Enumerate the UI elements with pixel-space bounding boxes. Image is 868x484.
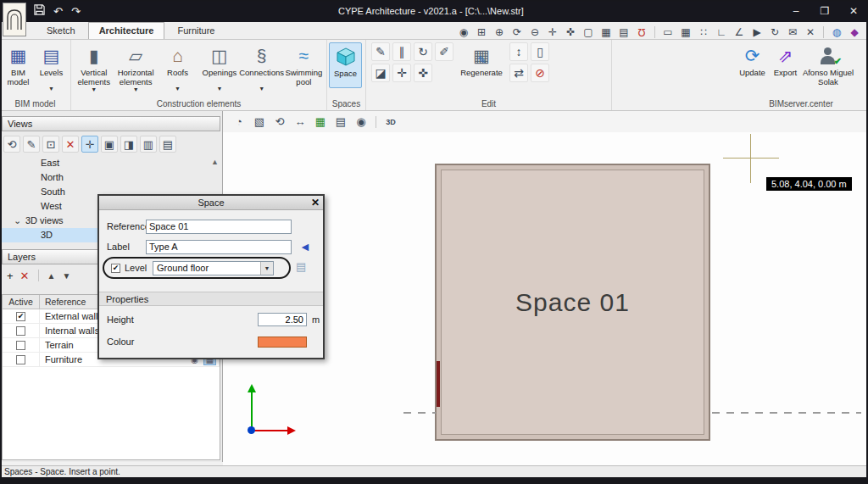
edit-move-icon[interactable]: ✛ [392, 64, 411, 82]
layer-checkbox[interactable] [16, 355, 25, 364]
pointer-icon[interactable]: ▶ [750, 25, 764, 39]
edit-invert-icon[interactable]: ⇄ [509, 64, 528, 82]
label-input[interactable] [146, 240, 292, 254]
view-photo-icon[interactable]: ◨ [120, 136, 137, 153]
levels-button[interactable]: ▤ Levels ▼ [35, 42, 68, 92]
move-down-icon[interactable]: ▼ [62, 271, 70, 281]
snap-points-icon[interactable]: ∷ [697, 25, 710, 39]
view-item-east[interactable]: East [2, 156, 220, 170]
delete-layer-icon[interactable]: ✕ [20, 270, 30, 282]
view-locate-icon[interactable]: ✛ [81, 136, 98, 153]
vertical-elements-button[interactable]: ▮ Vertical elements ▼ [73, 42, 114, 92]
openings-button[interactable]: ◫ Openings ▼ [198, 42, 240, 92]
add-layer-icon[interactable]: + [7, 270, 14, 282]
background-icon[interactable]: ▭ [661, 25, 675, 39]
minimize-button[interactable]: – [782, 0, 810, 22]
ortho-icon[interactable]: ∟ [715, 25, 728, 39]
scroll-up-icon[interactable]: ▲ [211, 158, 219, 166]
snap-magnet-icon[interactable]: Ω [635, 25, 648, 39]
save-icon[interactable] [34, 4, 45, 18]
undo-icon[interactable]: ↶ [53, 5, 63, 18]
views-cube-icon[interactable]: ▧ [252, 114, 267, 130]
edit-array-icon[interactable]: ∥ [392, 42, 411, 61]
user-account-button[interactable]: ✔ Afonso Miguel Solak [802, 42, 854, 87]
app-logo-icon[interactable] [3, 3, 26, 36]
group-label: BIM model [0, 97, 70, 110]
view-edit-icon[interactable]: ✎ [23, 136, 40, 153]
level-dropdown[interactable]: Ground floor ▼ [153, 261, 274, 275]
view-delete-icon[interactable]: ✕ [62, 136, 79, 153]
move-up-icon[interactable]: ▲ [47, 271, 56, 281]
horizontal-elements-button[interactable]: ▱ Horizontal elements ▼ [114, 42, 156, 92]
globe-icon[interactable]: ◍ [830, 25, 843, 39]
levels-config-icon[interactable]: ▤ [296, 260, 306, 273]
edit-erase-icon[interactable]: ◪ [371, 64, 390, 82]
pan-icon[interactable]: ✛ [546, 25, 559, 39]
find-icon[interactable]: ◉ [457, 25, 470, 39]
spreadsheet-icon[interactable]: ▤ [617, 25, 631, 39]
dropdown-arrow-icon[interactable]: ▼ [260, 262, 273, 275]
work-area-icon[interactable]: ▦ [313, 114, 328, 130]
height-input[interactable] [258, 313, 307, 326]
roofs-button[interactable]: ⌂ Roofs ▼ [157, 42, 198, 92]
orbit-view-icon[interactable]: ⟲ [272, 114, 287, 130]
space-tool-button[interactable]: Space [329, 42, 362, 88]
layer-checkbox[interactable] [16, 326, 25, 336]
edit-extend-icon[interactable]: ↕ [509, 42, 528, 61]
grid-icon[interactable]: ▦ [679, 25, 693, 39]
view-camera-icon[interactable]: ▣ [101, 136, 118, 153]
zoom-window-icon[interactable]: ⊞ [475, 25, 488, 39]
reference-grid-icon[interactable]: ▤ [333, 114, 348, 130]
snap-angle-icon[interactable]: ◔ [231, 114, 247, 130]
group-label: Construction elements [71, 97, 326, 110]
edit-draw-icon[interactable]: ✎ [371, 42, 390, 61]
reference-input[interactable] [146, 220, 292, 234]
appearance-icon[interactable]: ◆ [848, 25, 861, 39]
tab-architecture[interactable]: Architecture [88, 22, 165, 39]
redo-icon[interactable]: ↷ [71, 5, 81, 18]
maximize-button[interactable]: ❐ [810, 0, 839, 22]
edit-delete-icon[interactable]: ⊘ [531, 64, 549, 82]
back-arrow-icon[interactable]: ◄ [297, 239, 314, 253]
space-dialog-titlebar[interactable]: Space ✕ [99, 196, 323, 210]
regenerate-button[interactable]: ▦✎ Regenerate [457, 42, 506, 86]
update-button[interactable]: ⟳ Update [736, 42, 769, 86]
move-view-icon[interactable]: ✜ [564, 25, 577, 39]
edit-rotate-icon[interactable]: ↻ [414, 42, 432, 61]
zoom-all-icon[interactable]: ⊕ [492, 25, 506, 39]
bim-model-button[interactable]: ▦ BIM model [2, 42, 35, 87]
view-3d-icon[interactable]: 3D [383, 114, 398, 130]
level-checkbox[interactable]: ✔ [111, 264, 120, 273]
layer-checkbox[interactable] [16, 341, 25, 350]
dialog-close-icon[interactable]: ✕ [308, 197, 323, 209]
edit-slope-icon[interactable]: ✐ [435, 42, 453, 61]
export-button[interactable]: ⇗ Export [769, 42, 802, 86]
edit-opening-icon[interactable]: ▯ [531, 42, 549, 61]
view-orbit-icon[interactable]: ⟲ [3, 136, 20, 153]
layer-checkbox[interactable]: ✔ [16, 312, 25, 321]
dimension-icon[interactable]: ∠ [732, 25, 746, 39]
view-book-icon[interactable]: ▤ [159, 136, 176, 153]
cancel-icon[interactable]: ✕ [804, 25, 817, 39]
tab-sketch[interactable]: Sketch [36, 22, 86, 39]
redraw-icon[interactable]: ⟳ [510, 25, 524, 39]
tab-furniture[interactable]: Furniture [166, 22, 225, 39]
view-item-north[interactable]: North [2, 170, 220, 185]
export-icon: ⇗ [778, 43, 793, 69]
space-shape[interactable]: Space 01 [435, 164, 710, 441]
edit-stretch-icon[interactable]: ✜ [414, 64, 432, 82]
zoom-out-icon[interactable]: ⊖ [528, 25, 542, 39]
measure-icon[interactable]: ↔ [292, 114, 308, 130]
orbit-icon[interactable]: ↻ [768, 25, 782, 39]
comment-icon[interactable]: ✉ [786, 25, 799, 39]
swimming-pool-button[interactable]: ≈ Swimming pool [283, 42, 325, 87]
close-button[interactable]: ✕ [839, 0, 868, 22]
colour-swatch[interactable] [258, 337, 307, 348]
visibility-icon[interactable]: ◉ [353, 114, 369, 130]
space-label: Space 01 [515, 288, 630, 317]
view-sheet-icon[interactable]: ▥ [140, 136, 157, 153]
view-copy-icon[interactable]: ⊡ [42, 136, 59, 153]
connections-button[interactable]: § Connections ▼ [241, 42, 283, 92]
dxf-templates-icon[interactable]: ▦ [599, 25, 613, 39]
frame-icon[interactable]: ▢ [581, 25, 595, 39]
